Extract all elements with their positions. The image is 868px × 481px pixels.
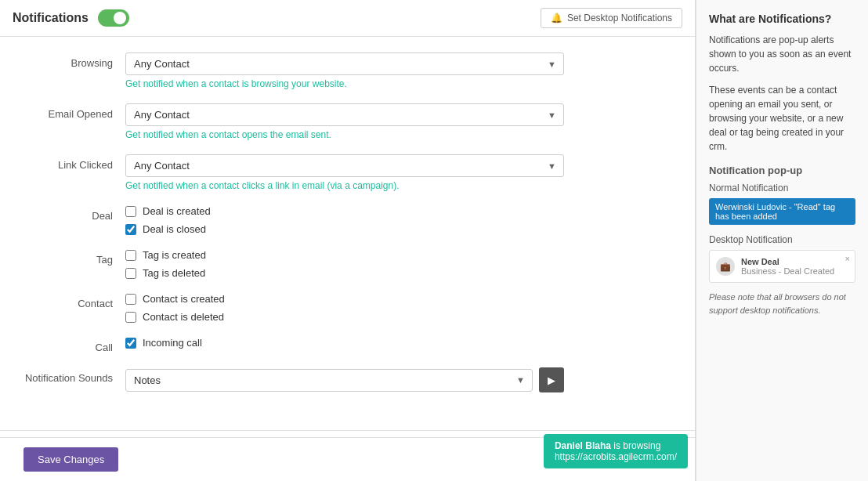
tag-deleted-text: Tag is deleted bbox=[143, 267, 205, 279]
desktop-notification-label: Desktop Notification bbox=[709, 234, 855, 245]
browsing-popup-name: Daniel Blaha bbox=[555, 440, 611, 451]
incoming-call-text: Incoming call bbox=[143, 337, 202, 349]
sounds-select[interactable]: Notes Chime Bell None bbox=[125, 369, 533, 392]
desktop-notif-icon: 💼 bbox=[716, 257, 735, 276]
sounds-select-wrapper: Notes Chime Bell None ▼ bbox=[125, 369, 533, 392]
link-clicked-hint: Get notified when a contact clicks a lin… bbox=[125, 180, 671, 191]
email-opened-hint: Get notified when a contact opens the em… bbox=[125, 129, 671, 140]
deal-sub: Business - Deal Created bbox=[741, 266, 834, 276]
sidebar-para1: Notifications are pop-up alerts shown to… bbox=[709, 33, 855, 75]
deal-closed-checkbox[interactable] bbox=[125, 224, 136, 235]
browsing-popup-action: is browsing bbox=[613, 440, 660, 451]
browsing-select[interactable]: Any Contact My Contacts No One bbox=[125, 52, 564, 75]
notification-sounds-label: Notification Sounds bbox=[24, 367, 125, 384]
normal-notification-bar: Werwinski Ludovic - "Read" tag has been … bbox=[709, 198, 855, 225]
link-clicked-field: Any Contact My Contacts No One ▼ Get not… bbox=[125, 154, 671, 191]
email-opened-field: Any Contact My Contacts No One ▼ Get not… bbox=[125, 103, 671, 140]
deal-created-checkbox[interactable] bbox=[125, 206, 136, 217]
tag-field: Tag is created Tag is deleted bbox=[125, 249, 671, 279]
contact-label: Contact bbox=[24, 293, 125, 309]
contact-deleted-text: Contact is deleted bbox=[143, 311, 224, 323]
browsing-popup: Daniel Blaha is browsing https://acrobit… bbox=[544, 434, 688, 468]
deal-field: Deal is created Deal is closed bbox=[125, 205, 671, 235]
contact-row: Contact Contact is created Contact is de… bbox=[24, 293, 671, 323]
contact-created-checkbox[interactable] bbox=[125, 294, 136, 305]
set-desktop-notifications-button[interactable]: 🔔 Set Desktop Notifications bbox=[541, 8, 682, 28]
deal-closed-item[interactable]: Deal is closed bbox=[125, 223, 671, 235]
sidebar-title: What are Notifications? bbox=[709, 13, 855, 25]
normal-notification-label: Normal Notification bbox=[709, 183, 855, 193]
sidebar-para2: These events can be a contact opening an… bbox=[709, 83, 855, 154]
email-opened-select[interactable]: Any Contact My Contacts No One bbox=[125, 103, 564, 126]
call-row: Call Incoming call bbox=[24, 337, 671, 353]
notifications-toggle[interactable] bbox=[98, 9, 129, 27]
email-opened-label: Email Opened bbox=[24, 103, 125, 120]
right-panel: What are Notifications? Notifications ar… bbox=[696, 0, 868, 481]
browsing-field: Any Contact My Contacts No One ▼ Get not… bbox=[125, 52, 671, 89]
link-clicked-select[interactable]: Any Contact My Contacts No One bbox=[125, 154, 564, 177]
tag-label: Tag bbox=[24, 249, 125, 266]
deal-title: New Deal bbox=[741, 257, 834, 266]
tag-deleted-item[interactable]: Tag is deleted bbox=[125, 267, 671, 279]
desktop-btn-label: Set Desktop Notifications bbox=[567, 13, 672, 24]
play-icon: ▶ bbox=[548, 374, 555, 386]
notification-sounds-field: Notes Chime Bell None ▼ ▶ bbox=[125, 367, 671, 392]
notification-sounds-row: Notification Sounds Notes Chime Bell Non… bbox=[24, 367, 671, 392]
contact-field: Contact is created Contact is deleted bbox=[125, 293, 671, 323]
deal-created-text: Deal is created bbox=[143, 205, 211, 217]
deal-created-item[interactable]: Deal is created bbox=[125, 205, 671, 217]
desktop-notif-text: New Deal Business - Deal Created bbox=[741, 257, 834, 276]
contact-created-item[interactable]: Contact is created bbox=[125, 293, 671, 305]
call-field: Incoming call bbox=[125, 337, 671, 349]
desktop-notification-box: 💼 New Deal Business - Deal Created × bbox=[709, 250, 855, 283]
popup-section-title: Notification pop-up bbox=[709, 165, 855, 176]
link-clicked-label: Link Clicked bbox=[24, 154, 125, 171]
contact-deleted-item[interactable]: Contact is deleted bbox=[125, 311, 671, 323]
deal-row: Deal Deal is created Deal is closed bbox=[24, 205, 671, 235]
desktop-note-text: Please note that all browsers do not sup… bbox=[709, 291, 855, 316]
contact-deleted-checkbox[interactable] bbox=[125, 312, 136, 323]
incoming-call-checkbox[interactable] bbox=[125, 338, 136, 349]
page-title: Notifications bbox=[13, 11, 89, 25]
browsing-hint: Get notified when a contact is browsing … bbox=[125, 78, 671, 89]
bell-icon: 🔔 bbox=[551, 13, 562, 24]
email-opened-row: Email Opened Any Contact My Contacts No … bbox=[24, 103, 671, 140]
close-icon[interactable]: × bbox=[845, 254, 850, 263]
play-sound-button[interactable]: ▶ bbox=[539, 367, 564, 392]
tag-deleted-checkbox[interactable] bbox=[125, 268, 136, 279]
tag-created-text: Tag is created bbox=[143, 249, 206, 261]
tag-created-item[interactable]: Tag is created bbox=[125, 249, 671, 261]
contact-created-text: Contact is created bbox=[143, 293, 225, 305]
save-changes-button[interactable]: Save Changes bbox=[24, 447, 118, 472]
browsing-label: Browsing bbox=[24, 52, 125, 69]
tag-row: Tag Tag is created Tag is deleted bbox=[24, 249, 671, 279]
link-clicked-row: Link Clicked Any Contact My Contacts No … bbox=[24, 154, 671, 191]
tag-created-checkbox[interactable] bbox=[125, 250, 136, 261]
deal-closed-text: Deal is closed bbox=[143, 223, 206, 235]
call-label: Call bbox=[24, 337, 125, 353]
deal-label: Deal bbox=[24, 205, 125, 222]
incoming-call-item[interactable]: Incoming call bbox=[125, 337, 671, 349]
browsing-row: Browsing Any Contact My Contacts No One … bbox=[24, 52, 671, 89]
browsing-popup-url: https://acrobits.agilecrm.com/ bbox=[555, 451, 677, 462]
